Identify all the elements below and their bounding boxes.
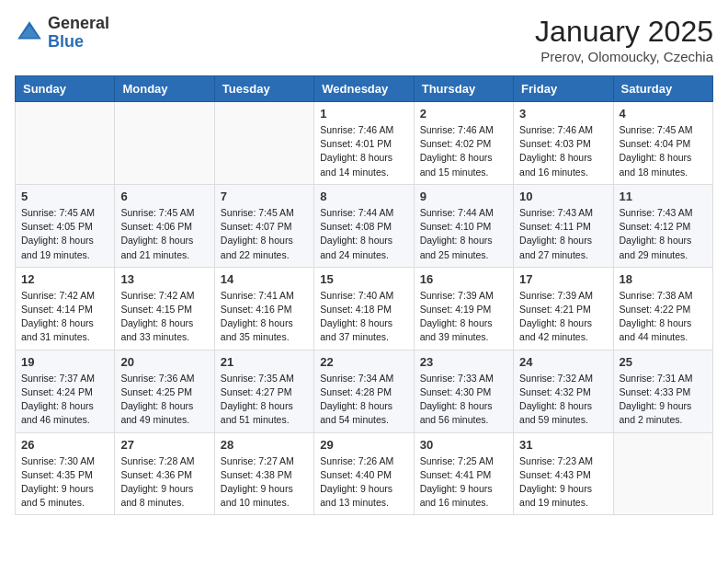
calendar-cell: 27Sunrise: 7:28 AMSunset: 4:36 PMDayligh…: [115, 432, 214, 515]
calendar-cell: 31Sunrise: 7:23 AMSunset: 4:43 PMDayligh…: [514, 432, 613, 515]
calendar-cell: 12Sunrise: 7:42 AMSunset: 4:14 PMDayligh…: [16, 267, 115, 350]
day-number: 17: [519, 272, 607, 286]
calendar-cell: 4Sunrise: 7:45 AMSunset: 4:04 PMDaylight…: [613, 102, 712, 185]
calendar-cell: 13Sunrise: 7:42 AMSunset: 4:15 PMDayligh…: [115, 267, 214, 350]
day-info: Sunrise: 7:45 AMSunset: 4:04 PMDaylight:…: [620, 123, 707, 179]
month-year-title: January 2025: [535, 15, 713, 49]
calendar-cell: 3Sunrise: 7:46 AMSunset: 4:03 PMDaylight…: [514, 102, 613, 185]
logo-blue-text: Blue: [48, 33, 109, 52]
location-subtitle: Prerov, Olomoucky, Czechia: [535, 49, 713, 64]
day-number: 28: [221, 438, 308, 452]
day-info: Sunrise: 7:39 AMSunset: 4:21 PMDaylight:…: [519, 289, 607, 345]
calendar-cell: 25Sunrise: 7:31 AMSunset: 4:33 PMDayligh…: [613, 350, 712, 432]
day-number: 15: [320, 272, 407, 286]
calendar-cell: 28Sunrise: 7:27 AMSunset: 4:38 PMDayligh…: [214, 432, 313, 515]
calendar-cell: 18Sunrise: 7:38 AMSunset: 4:22 PMDayligh…: [613, 267, 712, 350]
calendar-cell: 1Sunrise: 7:46 AMSunset: 4:01 PMDaylight…: [314, 102, 414, 185]
logo-general-text: General: [48, 15, 109, 33]
calendar-cell: 11Sunrise: 7:43 AMSunset: 4:12 PMDayligh…: [613, 184, 712, 267]
day-number: 8: [320, 190, 407, 203]
calendar-cell: [115, 102, 214, 185]
day-info: Sunrise: 7:25 AMSunset: 4:41 PMDaylight:…: [420, 454, 507, 511]
day-info: Sunrise: 7:37 AMSunset: 4:24 PMDaylight:…: [21, 372, 108, 428]
day-number: 3: [519, 107, 607, 121]
day-info: Sunrise: 7:43 AMSunset: 4:12 PMDaylight:…: [620, 206, 707, 262]
calendar-cell: 16Sunrise: 7:39 AMSunset: 4:19 PMDayligh…: [414, 267, 513, 350]
day-number: 26: [21, 438, 108, 452]
day-info: Sunrise: 7:45 AMSunset: 4:06 PMDaylight:…: [120, 206, 208, 262]
day-number: 20: [120, 355, 208, 369]
calendar-body: 1Sunrise: 7:46 AMSunset: 4:01 PMDaylight…: [16, 102, 713, 515]
calendar-cell: 2Sunrise: 7:46 AMSunset: 4:02 PMDaylight…: [414, 102, 513, 185]
calendar-cell: [16, 102, 115, 185]
day-number: 30: [420, 438, 507, 452]
weekday-header-monday: Monday: [115, 76, 214, 102]
day-info: Sunrise: 7:30 AMSunset: 4:35 PMDaylight:…: [21, 454, 108, 511]
day-info: Sunrise: 7:40 AMSunset: 4:18 PMDaylight:…: [320, 289, 407, 345]
day-info: Sunrise: 7:35 AMSunset: 4:27 PMDaylight:…: [221, 372, 308, 428]
calendar-table: SundayMondayTuesdayWednesdayThursdayFrid…: [15, 75, 713, 515]
logo-text: General Blue: [48, 15, 109, 52]
day-info: Sunrise: 7:46 AMSunset: 4:03 PMDaylight:…: [519, 123, 607, 179]
day-info: Sunrise: 7:38 AMSunset: 4:22 PMDaylight:…: [620, 289, 707, 345]
day-info: Sunrise: 7:27 AMSunset: 4:38 PMDaylight:…: [221, 454, 308, 511]
day-info: Sunrise: 7:43 AMSunset: 4:11 PMDaylight:…: [519, 206, 607, 262]
calendar-cell: 6Sunrise: 7:45 AMSunset: 4:06 PMDaylight…: [115, 184, 214, 267]
calendar-cell: 17Sunrise: 7:39 AMSunset: 4:21 PMDayligh…: [514, 267, 613, 350]
day-info: Sunrise: 7:34 AMSunset: 4:28 PMDaylight:…: [320, 372, 407, 428]
day-info: Sunrise: 7:42 AMSunset: 4:15 PMDaylight:…: [120, 289, 208, 345]
day-info: Sunrise: 7:39 AMSunset: 4:19 PMDaylight:…: [420, 289, 507, 345]
day-info: Sunrise: 7:26 AMSunset: 4:40 PMDaylight:…: [320, 454, 407, 511]
day-number: 9: [420, 190, 507, 203]
logo: General Blue: [15, 15, 109, 52]
day-number: 4: [620, 107, 707, 121]
day-info: Sunrise: 7:36 AMSunset: 4:25 PMDaylight:…: [120, 372, 208, 428]
day-number: 31: [519, 438, 607, 452]
day-info: Sunrise: 7:45 AMSunset: 4:05 PMDaylight:…: [21, 206, 108, 262]
day-info: Sunrise: 7:46 AMSunset: 4:01 PMDaylight:…: [320, 123, 407, 179]
day-number: 14: [221, 272, 308, 286]
weekday-header-sunday: Sunday: [16, 76, 115, 102]
calendar-cell: 9Sunrise: 7:44 AMSunset: 4:10 PMDaylight…: [414, 184, 513, 267]
day-info: Sunrise: 7:46 AMSunset: 4:02 PMDaylight:…: [420, 123, 507, 179]
calendar-cell: 23Sunrise: 7:33 AMSunset: 4:30 PMDayligh…: [414, 350, 513, 432]
day-number: 10: [519, 190, 607, 203]
calendar-week-row: 1Sunrise: 7:46 AMSunset: 4:01 PMDaylight…: [16, 102, 713, 185]
day-number: 16: [420, 272, 507, 286]
day-number: 2: [420, 107, 507, 121]
day-number: 22: [320, 355, 407, 369]
day-number: 24: [519, 355, 607, 369]
weekday-header-saturday: Saturday: [613, 76, 712, 102]
day-number: 13: [120, 272, 208, 286]
calendar-week-row: 19Sunrise: 7:37 AMSunset: 4:24 PMDayligh…: [16, 350, 713, 432]
day-info: Sunrise: 7:42 AMSunset: 4:14 PMDaylight:…: [21, 289, 108, 345]
calendar-cell: [214, 102, 313, 185]
calendar-cell: 22Sunrise: 7:34 AMSunset: 4:28 PMDayligh…: [314, 350, 414, 432]
calendar-cell: [613, 432, 712, 515]
day-number: 23: [420, 355, 507, 369]
day-number: 11: [620, 190, 707, 203]
calendar-cell: 21Sunrise: 7:35 AMSunset: 4:27 PMDayligh…: [214, 350, 313, 432]
day-info: Sunrise: 7:28 AMSunset: 4:36 PMDaylight:…: [120, 454, 208, 511]
day-info: Sunrise: 7:44 AMSunset: 4:08 PMDaylight:…: [320, 206, 407, 262]
day-number: 18: [620, 272, 707, 286]
calendar-cell: 5Sunrise: 7:45 AMSunset: 4:05 PMDaylight…: [16, 184, 115, 267]
day-number: 29: [320, 438, 407, 452]
calendar-cell: 30Sunrise: 7:25 AMSunset: 4:41 PMDayligh…: [414, 432, 513, 515]
day-number: 1: [320, 107, 407, 121]
day-number: 19: [21, 355, 108, 369]
calendar-cell: 19Sunrise: 7:37 AMSunset: 4:24 PMDayligh…: [16, 350, 115, 432]
day-number: 7: [221, 190, 308, 203]
calendar-week-row: 26Sunrise: 7:30 AMSunset: 4:35 PMDayligh…: [16, 432, 713, 515]
day-number: 25: [620, 355, 707, 369]
page-header: General Blue January 2025 Prerov, Olomou…: [15, 15, 713, 64]
day-number: 5: [21, 190, 108, 203]
day-info: Sunrise: 7:32 AMSunset: 4:32 PMDaylight:…: [519, 372, 607, 428]
calendar-cell: 26Sunrise: 7:30 AMSunset: 4:35 PMDayligh…: [16, 432, 115, 515]
weekday-header-wednesday: Wednesday: [314, 76, 414, 102]
calendar-cell: 29Sunrise: 7:26 AMSunset: 4:40 PMDayligh…: [314, 432, 414, 515]
weekday-header-row: SundayMondayTuesdayWednesdayThursdayFrid…: [16, 76, 713, 102]
day-info: Sunrise: 7:23 AMSunset: 4:43 PMDaylight:…: [519, 454, 607, 511]
calendar-week-row: 12Sunrise: 7:42 AMSunset: 4:14 PMDayligh…: [16, 267, 713, 350]
day-number: 12: [21, 272, 108, 286]
